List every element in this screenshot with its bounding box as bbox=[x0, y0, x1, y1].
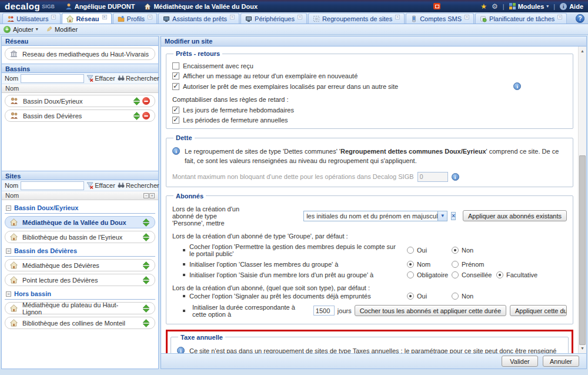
scroll-up-icon[interactable]: ▲ bbox=[579, 48, 586, 55]
chevron-down-icon[interactable]: ▼ bbox=[437, 211, 447, 221]
scrollbar-thumb[interactable] bbox=[579, 155, 586, 345]
close-icon[interactable]: × bbox=[298, 15, 302, 19]
site-group-header[interactable]: − Bassin des Dévières bbox=[5, 247, 155, 257]
sites-rechercher-button[interactable]: Rechercher bbox=[118, 182, 159, 189]
info-icon[interactable]: i bbox=[452, 173, 459, 181]
radio-option[interactable]: Nom bbox=[407, 261, 452, 268]
move-up-down-icon[interactable] bbox=[142, 218, 150, 227]
list-item-site[interactable]: Médiathèque de la Vallée du Doux bbox=[5, 216, 155, 228]
radio-option[interactable]: Oui bbox=[407, 293, 452, 300]
checkbox-afficher-message[interactable] bbox=[172, 72, 179, 79]
sites-search-input[interactable] bbox=[21, 181, 84, 190]
annuler-button[interactable]: Annuler bbox=[543, 356, 579, 367]
section-dette: Dette i Le regroupement de sites de type… bbox=[166, 134, 573, 187]
move-up-down-icon[interactable] bbox=[142, 319, 150, 327]
bassins-search-input[interactable] bbox=[21, 74, 84, 83]
alert-icon[interactable] bbox=[433, 3, 440, 9]
radio-facultative[interactable] bbox=[496, 271, 503, 278]
info-icon[interactable]: i bbox=[513, 82, 521, 90]
radio-prenom[interactable] bbox=[452, 261, 459, 268]
ajouter-button[interactable]: + Ajouter ▾ bbox=[4, 26, 38, 33]
delete-icon[interactable] bbox=[142, 112, 150, 120]
radio-nom[interactable] bbox=[407, 261, 414, 268]
tab-utilisateurs[interactable]: Utilisateurs× bbox=[2, 13, 61, 24]
list-item-site[interactable]: Médiathèque des Dévières bbox=[5, 259, 155, 271]
close-icon[interactable]: × bbox=[557, 15, 562, 19]
radio-non[interactable] bbox=[452, 247, 459, 254]
close-icon[interactable]: × bbox=[395, 15, 400, 19]
personne-select[interactable]: les initiales du nom et du prénom en maj… bbox=[303, 211, 447, 221]
modifier-button[interactable]: ✎ Modifier bbox=[46, 26, 78, 33]
checkbox-periodes-fermeture[interactable] bbox=[172, 117, 179, 124]
radio-option[interactable]: Conseillée bbox=[452, 271, 496, 278]
cocher-tous-button[interactable]: Cocher tous les abonnés et appliquer cet… bbox=[355, 305, 506, 316]
list-item-bassin[interactable]: Bassin Doux/Eyrieux bbox=[5, 95, 155, 107]
list-item-site[interactable]: Bibliothèque des collines de Monteil bbox=[5, 317, 155, 329]
sites-effacer-button[interactable]: Effacer bbox=[86, 182, 115, 189]
close-icon[interactable]: × bbox=[230, 15, 235, 19]
radio-option[interactable]: Non bbox=[452, 293, 496, 300]
radio-obligatoire[interactable] bbox=[407, 271, 414, 278]
list-item-site[interactable]: Bibliothèque du bassin de l'Eyrieux bbox=[5, 231, 155, 243]
move-up-down-icon[interactable] bbox=[142, 261, 150, 270]
appliquer-abonnes-button[interactable]: Appliquer aux abonnés existants bbox=[463, 210, 567, 221]
close-icon[interactable]: × bbox=[148, 15, 152, 19]
list-item-bassin[interactable]: Bassin des Dévières bbox=[5, 109, 155, 122]
help-menu[interactable]: i Aide bbox=[560, 3, 583, 10]
move-up-down-icon[interactable] bbox=[142, 304, 150, 313]
tab-profils[interactable]: Profils× bbox=[113, 13, 158, 24]
radio-oui[interactable] bbox=[407, 247, 414, 254]
tab-assistants-de-prets[interactable]: Assistants de prêts× bbox=[158, 13, 239, 24]
list-item-site[interactable]: Point lecture des Dévières bbox=[5, 274, 155, 286]
radio-conseillee[interactable] bbox=[452, 271, 459, 278]
checkbox-jours-fermeture[interactable] bbox=[172, 107, 179, 114]
site-group-header[interactable]: − Bassin Doux/Eyrieux bbox=[5, 204, 155, 214]
radio-option[interactable]: Facultative bbox=[496, 271, 567, 278]
radio-option[interactable]: Prénom bbox=[452, 261, 496, 268]
list-item-site[interactable]: Médiathèque du plateau du Haut-Lignon bbox=[5, 302, 155, 314]
bassins-rechercher-button[interactable]: Rechercher bbox=[118, 75, 159, 82]
tab-reseau[interactable]: Réseau× bbox=[62, 13, 111, 24]
collapse-icon[interactable]: − bbox=[6, 248, 11, 254]
sites-column-header[interactable]: Nom − + bbox=[2, 191, 158, 200]
close-icon[interactable]: × bbox=[465, 15, 469, 19]
checkbox-autoriser-pret[interactable] bbox=[172, 83, 179, 90]
appliquer-duree-button[interactable]: Appliquer cette durée au bbox=[510, 305, 567, 316]
collapse-icon[interactable]: − bbox=[6, 291, 11, 297]
tab-planificateur-de-taches[interactable]: Planificateur de tâches× bbox=[475, 13, 567, 24]
tab-peripheriques[interactable]: Périphériques× bbox=[240, 13, 307, 24]
close-icon[interactable]: × bbox=[51, 15, 56, 19]
reseau-item[interactable]: Reseau des mediatheques du Haut-Vivarais bbox=[5, 48, 155, 60]
help-button[interactable]: ? bbox=[576, 14, 584, 23]
move-up-down-icon[interactable] bbox=[142, 233, 150, 241]
panel-header-bassins: Bassins bbox=[2, 64, 158, 73]
radio-option[interactable]: Non bbox=[452, 247, 496, 254]
current-site[interactable]: Médiathèque de la Vallée du Doux bbox=[144, 3, 258, 10]
modules-menu[interactable]: Modules ▾ bbox=[509, 3, 549, 10]
radio-option[interactable]: Oui bbox=[407, 247, 452, 254]
tab-regroupements-de-sites[interactable]: Regroupements de sites× bbox=[308, 13, 405, 24]
scroll-down-icon[interactable]: ▼ bbox=[579, 345, 586, 352]
move-up-down-icon[interactable] bbox=[133, 112, 141, 120]
vertical-scrollbar[interactable]: ▲ ▼ bbox=[578, 47, 586, 353]
duree-input[interactable] bbox=[313, 306, 335, 316]
move-up-down-icon[interactable] bbox=[142, 276, 150, 284]
delete-icon[interactable] bbox=[142, 97, 150, 105]
expand-all-icon[interactable]: + bbox=[149, 193, 155, 198]
radio-signaler-oui[interactable] bbox=[407, 293, 414, 300]
site-group-header[interactable]: − Hors bassin bbox=[5, 290, 155, 300]
pencil-icon: ✎ bbox=[46, 26, 52, 32]
collapse-all-icon[interactable]: − bbox=[143, 193, 149, 198]
checkbox-encaissement[interactable] bbox=[172, 62, 179, 69]
bassins-column-header[interactable]: Nom bbox=[2, 84, 158, 93]
move-up-down-icon[interactable] bbox=[133, 97, 141, 105]
tab-comptes-sms[interactable]: Comptes SMS× bbox=[406, 13, 474, 24]
bassins-effacer-button[interactable]: Effacer bbox=[86, 75, 115, 82]
collapse-icon[interactable]: − bbox=[6, 205, 11, 211]
radio-signaler-non[interactable] bbox=[452, 293, 459, 300]
current-user[interactable]: Angélique DUPONT bbox=[65, 3, 135, 10]
close-icon[interactable]: × bbox=[102, 15, 107, 19]
valider-button[interactable]: Valider bbox=[502, 356, 538, 367]
clear-selection-icon[interactable]: × bbox=[451, 212, 456, 220]
radio-option[interactable]: Obligatoire bbox=[407, 271, 452, 278]
